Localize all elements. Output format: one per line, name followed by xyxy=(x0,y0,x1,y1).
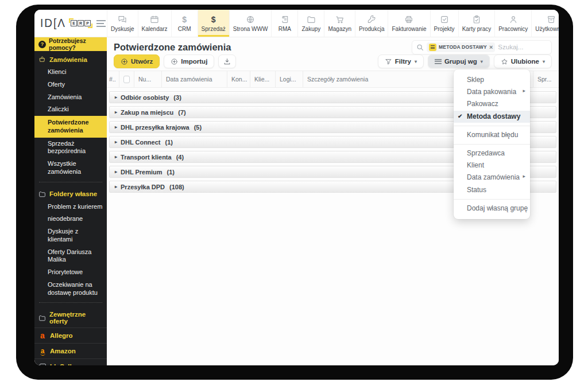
column-header-nu[interactable]: Nu... xyxy=(134,71,162,87)
section-foldery-wlasne[interactable]: Foldery własne xyxy=(34,186,107,201)
group-lines-icon xyxy=(435,59,442,64)
printer-icon xyxy=(404,15,413,25)
menu-item-pakowacz[interactable]: Pakowacz xyxy=(454,98,530,110)
main-content: Potwierdzone zamówienia METODA DOSTAWY × xyxy=(107,37,559,365)
dollar-icon: $ xyxy=(211,15,216,25)
sidebar-item-idosell[interactable]: IdoSell xyxy=(34,358,107,365)
question-icon: ? xyxy=(38,41,46,48)
export-button[interactable] xyxy=(218,54,236,68)
tab-strona-www[interactable]: Strona WWW xyxy=(229,10,272,37)
remove-chip-icon[interactable]: × xyxy=(489,44,493,50)
create-button[interactable]: Utwórz xyxy=(114,54,160,68)
scroll-document-icon xyxy=(280,15,289,25)
help-banner[interactable]: ? Potrzebujesz pomocy? xyxy=(34,37,107,51)
calendar-icon xyxy=(150,15,159,25)
tab-crm[interactable]: $ CRM xyxy=(171,10,198,37)
archive-icon xyxy=(547,15,556,25)
star-icon xyxy=(501,58,508,65)
group-count: (7) xyxy=(178,109,185,116)
download-icon xyxy=(223,58,231,65)
allegro-icon: a xyxy=(38,332,47,340)
tab-fakturowanie[interactable]: Fakturowanie xyxy=(388,10,430,37)
sidebar-item-oczekiwanie-na-dostawe[interactable]: Oczekiwanie na dostawę produktu xyxy=(34,279,107,299)
filters-button[interactable]: Filtry ▾ xyxy=(378,54,424,68)
sidebar-item-priorytetowe[interactable]: Priorytetowe xyxy=(34,266,107,279)
menu-item-metoda-dostawy-selected[interactable]: ✔ Metoda dostawy xyxy=(454,111,530,123)
import-button[interactable]: Importuj xyxy=(164,54,214,68)
search-box[interactable]: METODA DOSTAWY × xyxy=(412,40,552,54)
chevron-down-icon: ▾ xyxy=(415,59,417,64)
column-header-logi[interactable]: Logi... xyxy=(276,71,303,87)
menu-item-sklep[interactable]: Sklep xyxy=(454,74,530,86)
menu-item-sprzedawca[interactable]: Sprzedawca xyxy=(454,147,530,159)
sidebar-item-zaliczki[interactable]: Zaliczki xyxy=(34,103,107,116)
expand-caret-icon: ▸ xyxy=(115,184,117,189)
section-zewnetrzne-oferty[interactable]: Zewnętrzne oferty xyxy=(34,306,107,328)
sidebar-item-problem-z-kurierem[interactable]: Problem z kurierem xyxy=(34,201,107,213)
tab-uzytkownicy[interactable]: Użytkownicy xyxy=(531,10,559,37)
sidebar-item-klienci[interactable]: Klienci xyxy=(34,66,107,79)
tab-projekty[interactable]: Projekty xyxy=(430,10,458,37)
column-header-number[interactable]: #.. xyxy=(107,71,119,87)
chat-icon xyxy=(118,15,127,25)
group-count: (108) xyxy=(169,184,184,190)
menu-item-komunikat-bledu[interactable]: Komunikat błędu xyxy=(454,129,530,141)
funnel-icon xyxy=(385,58,392,65)
menu-item-dodaj-wlasna-grupe[interactable]: Dodaj własną grupę xyxy=(454,202,530,215)
group-count: (5) xyxy=(194,124,202,131)
app-window: ID[Λ E R P Dyskusje Kalendarz xyxy=(34,10,559,365)
column-header-klie[interactable]: Klie... xyxy=(250,71,276,87)
column-header-kon[interactable]: Kon... xyxy=(227,71,250,87)
check-icon: ✔ xyxy=(458,113,462,119)
tab-sprzedaz-active[interactable]: $ Sprzedaż xyxy=(198,10,229,37)
chevron-down-icon: ▾ xyxy=(481,59,483,64)
group-by-dropdown-menu: Sklep Data pakowania ▸ Pakowacz ✔ Metoda… xyxy=(454,69,530,219)
favorites-button[interactable]: Ulubione ▾ xyxy=(494,54,552,68)
tab-karty-pracy[interactable]: Karty pracy xyxy=(458,10,495,37)
idosell-icon xyxy=(38,362,47,365)
globe-icon xyxy=(246,15,255,25)
column-header-spr[interactable]: Spr... xyxy=(533,71,559,87)
column-header-data-zamowienia[interactable]: Data zamówienia xyxy=(162,71,227,87)
hamburger-menu-icon[interactable] xyxy=(96,20,106,27)
sidebar-item-dyskusje-z-klientami[interactable]: Dyskusje z klientami xyxy=(34,225,107,246)
group-lines-icon xyxy=(429,44,436,51)
sidebar-item-nieodebrane[interactable]: nieodebrane xyxy=(34,213,107,225)
sidebar-item-potwierdzone-zamowienia-active[interactable]: Potwierdzone zamówienia xyxy=(34,116,107,138)
tab-produkcja[interactable]: Produkcja xyxy=(355,10,388,37)
sidebar-item-sprzedaz-bezposrednia[interactable]: Sprzedaż bezpośrednia xyxy=(34,138,107,158)
top-toolbar: ID[Λ E R P Dyskusje Kalendarz xyxy=(34,10,559,37)
folder-icon xyxy=(38,190,46,198)
menu-divider xyxy=(454,126,530,126)
menu-divider xyxy=(454,199,530,200)
menu-item-data-pakowania[interactable]: Data pakowania ▸ xyxy=(454,86,530,98)
menu-item-status[interactable]: Status xyxy=(454,184,530,196)
select-all-checkbox[interactable] xyxy=(123,76,130,83)
section-zamowienia[interactable]: Zamówienia xyxy=(34,51,107,66)
sidebar-item-wszystkie-zamowienia[interactable]: Wszystkie zamówienia xyxy=(34,158,107,178)
menu-item-klient[interactable]: Klient xyxy=(454,159,530,171)
tab-pracownicy[interactable]: Pracownicy xyxy=(494,10,531,37)
page-title: Potwierdzone zamówienia xyxy=(114,42,231,53)
sidebar-item-oferty[interactable]: Oferty xyxy=(34,79,107,91)
sidebar-divider xyxy=(39,182,102,182)
sidebar-item-oferty-dariusza-malika[interactable]: Oferty Dariusza Malika xyxy=(34,246,107,267)
filter-chip-metoda-dostawy[interactable]: METODA DOSTAWY × xyxy=(427,42,495,52)
column-header-select xyxy=(119,71,134,87)
tab-dyskusje[interactable]: Dyskusje xyxy=(107,10,138,37)
sidebar-item-amazon[interactable]: a Amazon xyxy=(34,343,107,358)
search-input[interactable] xyxy=(498,44,538,50)
tab-magazyn[interactable]: Magazyn xyxy=(324,10,355,37)
clipboard-check-icon xyxy=(472,15,481,25)
sidebar-item-zamowienia[interactable]: Zamówienia xyxy=(34,91,107,104)
sidebar-item-allegro[interactable]: a Allegro xyxy=(34,328,107,343)
plus-circle-icon xyxy=(121,58,128,65)
tab-zakupy[interactable]: Zakupy xyxy=(297,10,324,37)
group-by-button[interactable]: Grupuj wg ▾ xyxy=(428,54,490,68)
menu-item-data-zamowienia[interactable]: Data zamówienia ▸ xyxy=(454,171,530,184)
tab-rma[interactable]: RMA xyxy=(271,10,297,37)
expand-caret-icon: ▸ xyxy=(115,154,117,159)
tab-kalendarz[interactable]: Kalendarz xyxy=(138,10,171,37)
group-count: (3) xyxy=(173,94,181,101)
device-frame: ID[Λ E R P Dyskusje Kalendarz xyxy=(16,5,573,380)
